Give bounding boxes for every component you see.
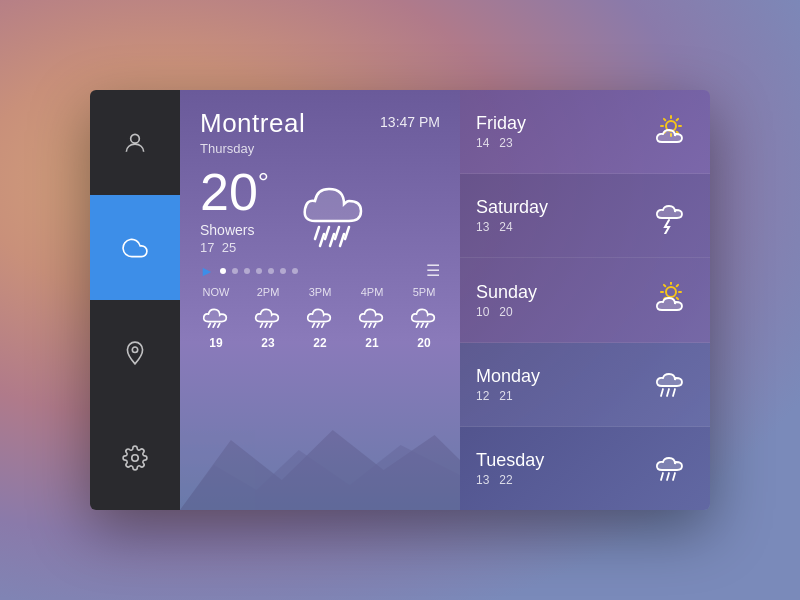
forecast-temps-sunday: 10 20 [476,305,644,319]
hourly-temp-4: 20 [417,336,430,350]
current-day: Thursday [200,141,305,156]
hourly-icon-1 [253,302,283,332]
hourly-col-0: NOW 19 [190,286,242,350]
hourly-label-1: 2PM [257,286,280,298]
partly-cloudy-icon-friday [647,114,691,150]
temperature-block: 20° Showers 17 25 [200,166,269,255]
location-info: Montreal Thursday [200,108,305,156]
svg-line-33 [677,131,678,132]
forecast-text-tuesday: Tuesday 13 22 [476,450,644,487]
svg-line-15 [261,323,263,327]
hourly-label-2: 3PM [309,286,332,298]
current-time: 13:47 PM [380,114,440,130]
svg-line-5 [315,227,319,239]
hourly-col-1: 2PM 23 [242,286,294,350]
current-temp: 20° [200,166,269,218]
nav-dot-4[interactable] [256,268,262,274]
hourly-col-3: 4PM 21 [346,286,398,350]
forecast-icon-saturday [644,198,694,234]
svg-line-10 [330,234,334,246]
svg-line-40 [664,285,665,286]
hourly-row: NOW 19 2PM [180,286,460,360]
sidebar [90,90,180,510]
hourly-temp-3: 21 [365,336,378,350]
partly-cloudy-icon-sunday [647,282,691,318]
svg-line-21 [365,323,367,327]
main-weather-icon [289,169,379,253]
nav-dot-6[interactable] [280,268,286,274]
list-icon[interactable]: ☰ [426,261,440,280]
nav-dot-1[interactable] [220,268,226,274]
svg-line-42 [677,285,678,286]
svg-line-24 [417,323,419,327]
main-header: Montreal Thursday 13:47 PM [180,90,460,156]
person-icon [122,130,148,156]
thunder-icon-saturday [647,198,691,234]
svg-line-45 [667,389,669,396]
svg-line-6 [325,227,329,239]
svg-point-2 [132,454,139,461]
svg-line-46 [673,389,675,396]
rain-icon-tuesday [647,450,691,486]
forecast-item-saturday[interactable]: Saturday 13 24 [460,174,710,258]
mountains-bg [180,410,460,510]
nav-arrow[interactable]: ► [200,263,214,279]
rain-icon-monday [647,366,691,402]
hourly-label-3: 4PM [361,286,384,298]
hourly-temp-0: 19 [209,336,222,350]
sidebar-item-weather[interactable] [90,195,180,300]
forecast-day-monday: Monday [476,366,644,387]
main-weather: 20° Showers 17 25 [180,156,460,255]
svg-line-22 [369,323,371,327]
hourly-icon-0 [201,302,231,332]
sidebar-item-settings[interactable] [90,405,180,510]
forecast-item-friday[interactable]: Friday 14 23 [460,90,710,174]
gear-icon [122,445,148,471]
forecast-temps-monday: 12 21 [476,389,644,403]
hourly-icon-4 [409,302,439,332]
nav-dot-7[interactable] [292,268,298,274]
sidebar-item-profile[interactable] [90,90,180,195]
city-name: Montreal [200,108,305,139]
pin-icon [122,340,148,366]
sidebar-item-location[interactable] [90,300,180,405]
hourly-nav: ► ☰ [180,255,460,286]
svg-line-14 [218,323,220,327]
nav-dot-2[interactable] [232,268,238,274]
forecast-icon-friday [644,114,694,150]
forecast-day-tuesday: Tuesday [476,450,644,471]
hourly-col-4: 5PM 20 [398,286,450,350]
forecast-text-sunday: Sunday 10 20 [476,282,644,319]
svg-line-12 [209,323,211,327]
forecast-text-monday: Monday 12 21 [476,366,644,403]
svg-line-11 [340,234,344,246]
hourly-temp-1: 23 [261,336,274,350]
hourly-icon-2 [305,302,335,332]
forecast-item-monday[interactable]: Monday 12 21 [460,343,710,427]
forecast-day-saturday: Saturday [476,197,644,218]
forecast-temps-saturday: 13 24 [476,220,644,234]
forecast-item-sunday[interactable]: Sunday 10 20 [460,258,710,342]
svg-line-44 [661,389,663,396]
svg-point-36 [666,287,676,297]
forecast-text-saturday: Saturday 13 24 [476,197,644,234]
svg-line-32 [664,118,665,119]
forecast-icon-tuesday [644,450,694,486]
nav-dot-5[interactable] [268,268,274,274]
svg-line-19 [317,323,319,327]
hourly-label-4: 5PM [413,286,436,298]
svg-line-8 [345,227,349,239]
rain-cloud-icon-large [289,169,379,249]
forecast-day-friday: Friday [476,113,644,134]
svg-line-9 [320,234,324,246]
svg-line-25 [421,323,423,327]
forecast-item-tuesday[interactable]: Tuesday 13 22 [460,427,710,510]
svg-point-0 [131,134,140,143]
forecast-icon-monday [644,366,694,402]
svg-line-13 [213,323,215,327]
nav-dot-3[interactable] [244,268,250,274]
forecast-text-friday: Friday 14 23 [476,113,644,150]
weather-condition: Showers [200,222,269,238]
svg-point-1 [132,347,137,352]
svg-line-49 [673,473,675,480]
